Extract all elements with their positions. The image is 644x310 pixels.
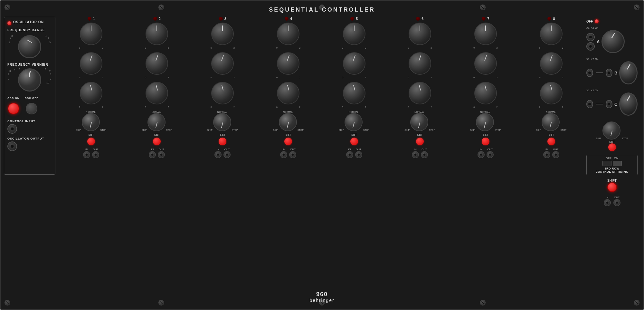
row-a-x4-label: X4 — [595, 26, 599, 29]
step-7-row2-knob[interactable] — [474, 52, 497, 75]
step-9-in-jack[interactable] — [604, 199, 611, 206]
step-3-row2-knob[interactable] — [211, 52, 234, 75]
control-input-jack[interactable] — [7, 124, 17, 134]
row-c-x1-label: X1 — [586, 89, 590, 92]
row-a-knob[interactable] — [601, 30, 625, 53]
row-a-jack-1[interactable] — [586, 33, 595, 41]
step-1-switch[interactable] — [82, 113, 100, 131]
step-5-row1-knob[interactable] — [343, 23, 365, 45]
step-7-row3-knob[interactable] — [474, 82, 497, 104]
screw-b2 — [480, 300, 486, 305]
step-6-row2-knob[interactable] — [409, 52, 431, 75]
row-c-jack-1[interactable] — [586, 100, 593, 108]
step-3-out-jack[interactable] — [223, 151, 231, 158]
timing-off-toggle[interactable] — [602, 161, 611, 166]
off-label: OFF — [586, 20, 593, 23]
osc-on-button[interactable] — [8, 103, 19, 114]
control-input-label: CONTROL INPUT — [7, 120, 52, 123]
step-6-row1-knob[interactable] — [409, 23, 431, 45]
step-4-out-jack[interactable] — [289, 151, 296, 158]
frequency-range-knob[interactable] — [18, 35, 41, 58]
step-col-6: 6 02 02 02 SKIP NORMAL STOP SET IN — [387, 17, 452, 293]
step-2-row3-knob[interactable] — [146, 82, 168, 104]
step-5-led — [350, 17, 354, 21]
step-2-in-jack[interactable] — [149, 151, 156, 158]
step-2-switch[interactable] — [147, 113, 166, 131]
step-4-row3-knob[interactable] — [277, 82, 299, 104]
step-2-row1-knob[interactable] — [146, 23, 168, 45]
freq-vernier-label: FREQUENCY VERNIER — [7, 63, 52, 66]
frequency-vernier-knob[interactable] — [18, 68, 41, 92]
step-8-switch[interactable] — [542, 113, 560, 131]
osc-output-jack[interactable] — [7, 141, 17, 151]
step-6-switch[interactable] — [410, 113, 428, 131]
step-5-out-jack[interactable] — [355, 151, 362, 158]
row-b-jack-2[interactable] — [606, 69, 612, 77]
step-7-row1-knob[interactable] — [474, 23, 497, 45]
step-7-set-btn[interactable] — [482, 138, 489, 145]
timing-on-toggle[interactable] — [613, 161, 622, 166]
step-4-row1-knob[interactable] — [277, 23, 299, 45]
osc-output-label: OSCILLATOR OUTPUT — [7, 137, 52, 140]
step-3-row1-knob[interactable] — [211, 23, 234, 45]
step-6-num: 6 — [421, 17, 423, 21]
step-2-set-btn[interactable] — [153, 138, 161, 145]
step-6-out-jack[interactable] — [421, 151, 428, 158]
row-b-knob[interactable] — [619, 61, 638, 84]
step-9-set-btn[interactable] — [608, 143, 616, 151]
step-4-row2-knob[interactable] — [277, 52, 299, 75]
step-5-row2-knob[interactable] — [343, 52, 365, 75]
step-3-set-btn[interactable] — [219, 138, 226, 145]
screw-tl — [5, 5, 10, 10]
screw-t1 — [158, 5, 164, 10]
row-c-knob[interactable] — [619, 92, 638, 116]
step-8-row3-knob[interactable] — [540, 82, 563, 104]
step-4-switch[interactable] — [279, 113, 297, 131]
step-1-in-jack[interactable] — [83, 151, 90, 158]
step-1-out-jack[interactable] — [92, 151, 99, 158]
step-4-set-btn[interactable] — [284, 138, 292, 145]
screw-bl — [5, 300, 10, 305]
step-1-set-btn[interactable] — [87, 138, 95, 145]
step-7-in-jack[interactable] — [478, 151, 485, 158]
step-7-out-jack[interactable] — [487, 151, 494, 158]
row-b-line — [596, 73, 603, 73]
shift-label: SHIFT — [607, 179, 617, 182]
step-5-row3-knob[interactable] — [343, 82, 365, 104]
step-5-set-btn[interactable] — [350, 138, 358, 145]
synthesizer-body: SEQUENTIAL CONTROLLER OSCILLATOR ON FREQ… — [0, 0, 644, 310]
brand-name: behringer — [309, 298, 334, 303]
step-2-out-jack[interactable] — [158, 151, 165, 158]
step-7-led — [482, 17, 486, 21]
step-7-switch[interactable] — [476, 113, 494, 131]
step-6-set-btn[interactable] — [416, 138, 424, 145]
step-1-row2-knob[interactable] — [80, 52, 102, 75]
step-3-switch[interactable] — [213, 113, 231, 131]
step-8-row2-knob[interactable] — [540, 52, 563, 75]
step-9-out-jack[interactable] — [613, 199, 620, 206]
step-5-in-jack[interactable] — [346, 151, 353, 158]
osc-off-button[interactable] — [26, 103, 37, 114]
step-6-row3-knob[interactable] — [409, 82, 431, 104]
step-3-row3-knob[interactable] — [211, 82, 234, 104]
step-5-switch[interactable] — [345, 113, 363, 131]
oscillator-panel: OSCILLATOR ON FREQUENCY RANGE 1 2 3 4 5 … — [4, 17, 55, 175]
row-b-jack-1[interactable] — [586, 69, 593, 77]
step-4-in-jack[interactable] — [280, 151, 287, 158]
step-col-2: 2 02 02 02 SKIP NORMAL STOP SET IN — [124, 17, 189, 293]
step-8-num: 8 — [553, 17, 555, 21]
step-1-row3-knob[interactable] — [80, 82, 102, 104]
step-9-switch[interactable] — [602, 121, 620, 140]
step-1-row1-knob[interactable] — [80, 23, 102, 45]
row-a-jack-2[interactable] — [586, 42, 595, 51]
shift-button[interactable] — [607, 182, 617, 192]
step-6-in-jack[interactable] — [412, 151, 419, 158]
step-8-set-btn[interactable] — [547, 138, 555, 145]
step-3-in-jack[interactable] — [214, 151, 222, 158]
step-4-num: 4 — [290, 17, 292, 21]
step-2-row2-knob[interactable] — [146, 52, 168, 75]
step-8-in-jack[interactable] — [543, 151, 550, 158]
step-8-row1-knob[interactable] — [540, 23, 563, 45]
row-c-jack-2[interactable] — [606, 100, 612, 108]
step-8-out-jack[interactable] — [552, 151, 559, 158]
